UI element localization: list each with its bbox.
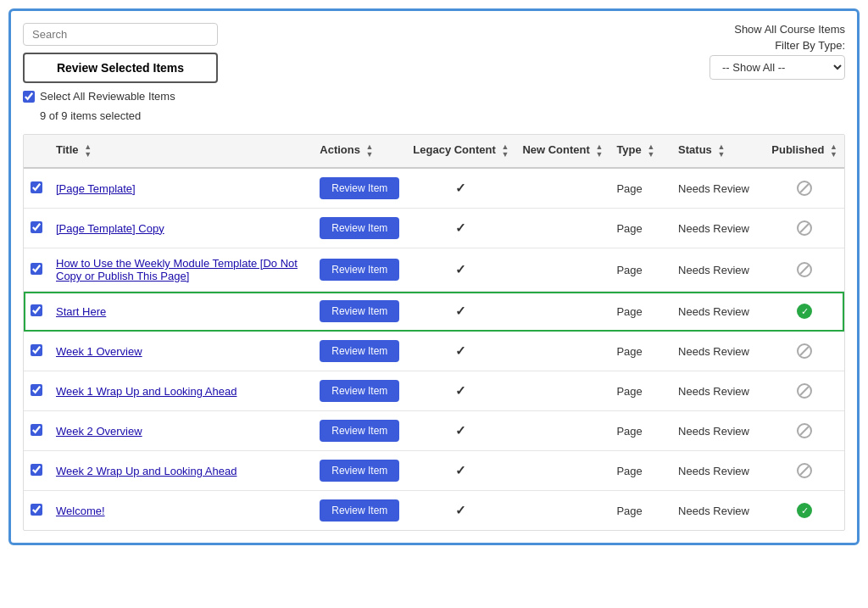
- table-header-row: Title ▲▼ Actions ▲▼ Legacy Content ▲▼ Ne…: [24, 135, 844, 168]
- review-item-button[interactable]: Review Item: [320, 217, 399, 239]
- legacy-check-icon: ✓: [455, 383, 466, 398]
- item-title-link[interactable]: [Page Template] Copy: [56, 222, 164, 235]
- item-type: Page: [609, 292, 671, 332]
- filter-select[interactable]: -- Show All --: [709, 55, 845, 80]
- legacy-check-icon: ✓: [455, 423, 466, 438]
- items-table-container: Title ▲▼ Actions ▲▼ Legacy Content ▲▼ Ne…: [23, 134, 845, 531]
- status-sort-icon[interactable]: ▲▼: [717, 143, 725, 159]
- type-sort-icon[interactable]: ▲▼: [647, 143, 654, 159]
- table-row: Start HereReview Item✓PageNeeds Review: [24, 292, 844, 332]
- legacy-check-icon: ✓: [455, 181, 466, 195]
- item-type: Page: [609, 451, 671, 491]
- th-published[interactable]: Published ▲▼: [765, 135, 844, 168]
- review-item-button[interactable]: Review Item: [320, 380, 399, 402]
- legacy-check-icon: ✓: [455, 220, 466, 235]
- published-green-icon: [797, 503, 812, 518]
- review-item-button[interactable]: Review Item: [320, 340, 399, 362]
- item-title-link[interactable]: Week 1 Wrap Up and Looking Ahead: [56, 385, 236, 398]
- row-checkbox[interactable]: [31, 304, 42, 316]
- select-all-label: Select All Reviewable Items: [40, 90, 175, 103]
- table-row: [Page Template]Review Item✓PageNeeds Rev…: [24, 168, 844, 209]
- row-checkbox[interactable]: [31, 263, 42, 275]
- th-checkbox: [24, 135, 49, 168]
- filter-by-type-label: Filter By Type:: [775, 39, 845, 52]
- review-item-button[interactable]: Review Item: [320, 177, 399, 199]
- select-all-checkbox[interactable]: [23, 91, 35, 103]
- item-status: Needs Review: [671, 491, 765, 531]
- table-row: Welcome!Review Item✓PageNeeds Review: [24, 491, 844, 531]
- items-selected-count: 9 of 9 items selected: [40, 109, 218, 122]
- legacy-check-icon: ✓: [455, 503, 466, 517]
- item-status: Needs Review: [671, 209, 765, 248]
- new-content-sort-icon[interactable]: ▲▼: [595, 143, 603, 159]
- legacy-check-icon: ✓: [455, 262, 466, 276]
- item-title-link[interactable]: How to Use the Weekly Module Template [D…: [56, 257, 298, 282]
- item-type: Page: [609, 371, 671, 411]
- item-type: Page: [609, 248, 671, 292]
- item-status: Needs Review: [671, 451, 765, 491]
- row-checkbox[interactable]: [31, 464, 42, 476]
- item-title-link[interactable]: Welcome!: [56, 505, 105, 517]
- title-sort-icon[interactable]: ▲▼: [84, 143, 92, 159]
- row-checkbox[interactable]: [31, 384, 42, 396]
- table-row: Week 1 Wrap Up and Looking AheadReview I…: [24, 371, 844, 411]
- item-title-link[interactable]: Week 2 Overview: [56, 425, 142, 438]
- item-title-link[interactable]: Start Here: [56, 305, 106, 318]
- top-left-controls: Review Selected Items Select All Reviewa…: [23, 23, 218, 122]
- published-ban-icon: [797, 220, 812, 236]
- main-container: Review Selected Items Select All Reviewa…: [8, 8, 860, 545]
- item-status: Needs Review: [671, 248, 765, 292]
- th-title[interactable]: Title ▲▼: [49, 135, 313, 168]
- search-input[interactable]: [23, 23, 218, 46]
- published-ban-icon: [797, 181, 812, 196]
- item-status: Needs Review: [671, 371, 765, 411]
- item-type: Page: [609, 168, 671, 209]
- th-new-content[interactable]: New Content ▲▼: [515, 135, 609, 168]
- table-row: [Page Template] CopyReview Item✓PageNeed…: [24, 209, 844, 248]
- show-all-course-items-label: Show All Course Items: [734, 23, 845, 36]
- item-status: Needs Review: [671, 411, 765, 451]
- legacy-check-icon: ✓: [455, 343, 466, 358]
- items-table: Title ▲▼ Actions ▲▼ Legacy Content ▲▼ Ne…: [24, 135, 844, 530]
- item-title-link[interactable]: Week 2 Wrap Up and Looking Ahead: [56, 465, 236, 477]
- item-type: Page: [609, 411, 671, 451]
- table-row: How to Use the Weekly Module Template [D…: [24, 248, 844, 292]
- published-ban-icon: [797, 383, 812, 399]
- item-type: Page: [609, 209, 671, 248]
- table-body: [Page Template]Review Item✓PageNeeds Rev…: [24, 168, 844, 530]
- item-status: Needs Review: [671, 292, 765, 332]
- published-ban-icon: [797, 343, 812, 359]
- table-row: Week 2 OverviewReview Item✓PageNeeds Rev…: [24, 411, 844, 451]
- review-item-button[interactable]: Review Item: [320, 420, 399, 442]
- th-legacy-content[interactable]: Legacy Content ▲▼: [406, 135, 515, 168]
- row-checkbox[interactable]: [31, 344, 42, 356]
- row-checkbox[interactable]: [31, 181, 42, 193]
- published-ban-icon: [797, 463, 812, 478]
- th-actions[interactable]: Actions ▲▼: [313, 135, 406, 168]
- table-row: Week 2 Wrap Up and Looking AheadReview I…: [24, 451, 844, 491]
- item-status: Needs Review: [671, 332, 765, 371]
- th-status[interactable]: Status ▲▼: [671, 135, 765, 168]
- th-type[interactable]: Type ▲▼: [609, 135, 671, 168]
- row-checkbox[interactable]: [31, 424, 42, 436]
- review-item-button[interactable]: Review Item: [320, 499, 399, 522]
- legacy-check-icon: ✓: [455, 304, 466, 318]
- item-title-link[interactable]: Week 1 Overview: [56, 345, 142, 358]
- review-item-button[interactable]: Review Item: [320, 300, 399, 322]
- select-all-row: Select All Reviewable Items: [23, 90, 218, 103]
- item-type: Page: [609, 332, 671, 371]
- published-green-icon: [797, 304, 812, 319]
- published-sort-icon[interactable]: ▲▼: [830, 143, 837, 159]
- actions-sort-icon[interactable]: ▲▼: [366, 143, 374, 159]
- row-checkbox[interactable]: [31, 221, 42, 233]
- review-selected-button[interactable]: Review Selected Items: [23, 53, 218, 83]
- review-item-button[interactable]: Review Item: [320, 460, 399, 482]
- top-bar: Review Selected Items Select All Reviewa…: [23, 23, 845, 122]
- published-ban-icon: [797, 423, 812, 438]
- review-item-button[interactable]: Review Item: [320, 259, 399, 281]
- legacy-sort-icon[interactable]: ▲▼: [501, 143, 509, 159]
- row-checkbox[interactable]: [31, 504, 42, 516]
- item-title-link[interactable]: [Page Template]: [56, 182, 136, 195]
- item-type: Page: [609, 491, 671, 531]
- item-status: Needs Review: [671, 168, 765, 209]
